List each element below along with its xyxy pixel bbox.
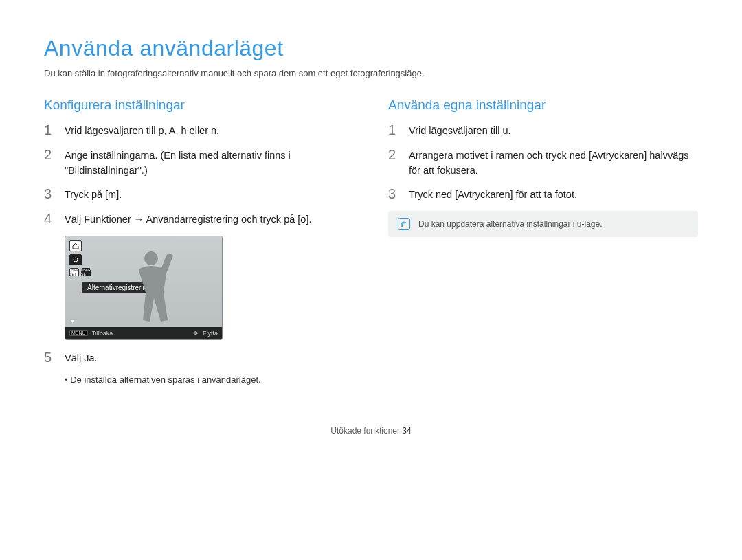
note-text: Du kan uppdatera alternativa inställning… <box>418 219 603 229</box>
mode-house-icon <box>69 240 82 251</box>
step-text: Vrid lägesväljaren till p, A, h eller n. <box>65 122 219 139</box>
footer-section: Utökade funktioner <box>330 426 400 436</box>
step-number: 4 <box>44 211 55 226</box>
camera-lcd-illustration: USERSET USERSET Alternativregistrering ▾… <box>65 236 223 340</box>
step-number: 5 <box>44 350 55 365</box>
lcd-back-label: Tillbaka <box>92 330 113 337</box>
left-heading: Konﬁgurera inställningar <box>44 98 354 113</box>
menu-icon: MENU <box>69 330 88 336</box>
step-number: 1 <box>44 122 55 137</box>
step-number: 2 <box>44 147 55 162</box>
mode-circle-icon <box>69 254 82 265</box>
user-set-icon: USERSET <box>81 268 91 276</box>
step-5-bullet: De inställda alternativen sparas i använ… <box>65 374 354 385</box>
step-number: 3 <box>44 186 55 201</box>
step-text: Vrid lägesväljaren till u. <box>409 122 511 139</box>
page-footer: Utökade funktioner 34 <box>44 426 698 436</box>
step-1-left: 1 Vrid lägesväljaren till p, A, h eller … <box>44 122 354 139</box>
step-text: Ange inställningarna. (En lista med alte… <box>65 147 354 179</box>
right-column: Använda egna inställningar 1 Vrid lägesv… <box>388 98 698 385</box>
lcd-move-label: Flytta <box>203 330 218 337</box>
right-heading: Använda egna inställningar <box>388 98 698 113</box>
child-silhouette-icon <box>124 245 186 327</box>
left-column: Konﬁgurera inställningar 1 Vrid lägesväl… <box>44 98 354 385</box>
step-text: Välj Funktioner → Användarregistrering o… <box>65 211 311 227</box>
step-number: 2 <box>388 147 399 162</box>
note-box: Du kan uppdatera alternativa inställning… <box>388 211 698 237</box>
footer-page-number: 34 <box>402 426 411 436</box>
step-text: Tryck på [m]. <box>65 186 122 203</box>
step-2-left: 2 Ange inställningarna. (En lista med al… <box>44 147 354 179</box>
step-4-left: 4 Välj Funktioner → Användarregistrering… <box>44 211 354 227</box>
user-set-icon: USERSET <box>69 268 79 276</box>
step-1-right: 1 Vrid lägesväljaren till u. <box>388 122 698 139</box>
page-intro: Du kan ställa in fotograferingsalternati… <box>44 68 698 78</box>
note-info-icon <box>398 218 410 230</box>
step-number: 1 <box>388 122 399 137</box>
svg-point-0 <box>74 258 78 262</box>
page-title: Använda användarläget <box>44 36 698 61</box>
step-text: Arrangera motivet i ramen och tryck ned … <box>409 147 698 179</box>
step-2-right: 2 Arrangera motivet i ramen och tryck ne… <box>388 147 698 179</box>
step-number: 3 <box>388 186 399 201</box>
chevron-down-icon: ▾ <box>71 317 74 324</box>
step-text: Välj Ja. <box>65 350 98 366</box>
step-text: Tryck ned [Avtryckaren] för att ta fotot… <box>409 186 577 203</box>
step-3-right: 3 Tryck ned [Avtryckaren] för att ta fot… <box>388 186 698 203</box>
move-icon: ✥ <box>193 330 199 337</box>
step-5-left: 5 Välj Ja. <box>44 350 354 366</box>
step-3-left: 3 Tryck på [m]. <box>44 186 354 203</box>
